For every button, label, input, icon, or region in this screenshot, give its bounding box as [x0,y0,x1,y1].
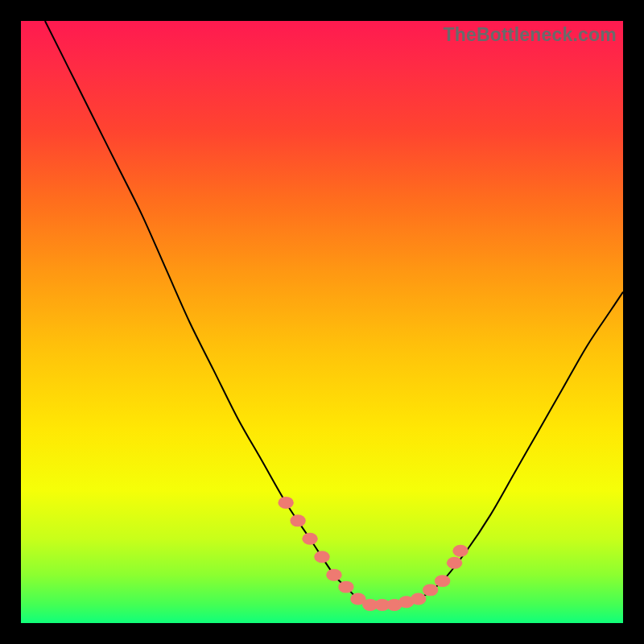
highlight-markers [278,497,468,611]
chart-svg [21,21,623,623]
chart-container: TheBottleneck.com [0,0,644,644]
plot-area: TheBottleneck.com [21,21,623,623]
highlight-point [314,551,329,563]
highlight-point [326,569,341,581]
highlight-point [447,557,462,569]
bottleneck-curve [45,21,623,605]
highlight-point [338,581,353,593]
highlight-point [423,584,438,596]
highlight-point [290,514,305,526]
highlight-point [452,545,468,557]
highlight-point [278,497,293,509]
highlight-point [435,575,450,587]
highlight-point [411,593,426,605]
highlight-point [302,533,317,545]
